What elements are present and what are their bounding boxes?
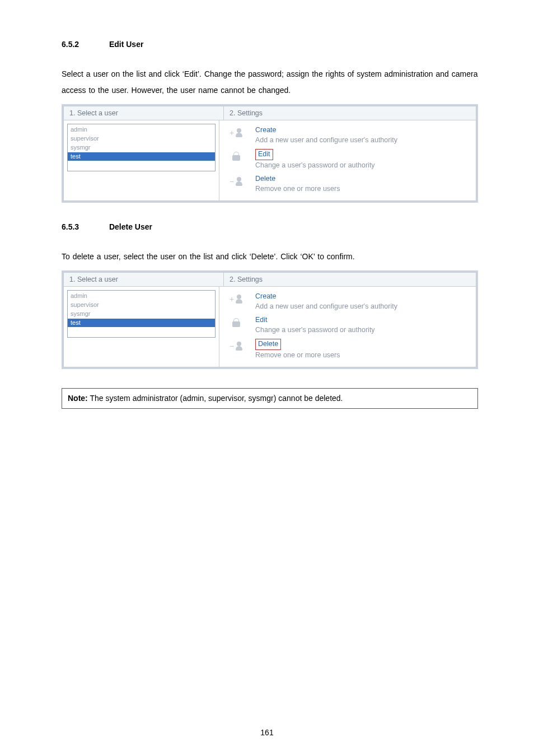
panel-delete-user: 1. Select a user 2. Settings admin super… (62, 270, 478, 369)
note-text: The system administrator (admin, supervi… (88, 394, 343, 403)
list-item[interactable]: admin (68, 125, 215, 134)
delete-desc: Remove one or more users (255, 184, 340, 194)
action-edit[interactable]: Edit Change a user's password or authori… (224, 312, 470, 336)
delete-desc: Remove one or more users (255, 351, 340, 361)
list-item[interactable]: sysmgr (68, 143, 215, 152)
create-link[interactable]: Create (255, 125, 397, 136)
add-user-icon: + (224, 124, 249, 141)
paragraph-edit-user: Select a user on the list and click ‘Edi… (62, 66, 478, 99)
action-create[interactable]: + Create Add a new user and configure us… (224, 123, 470, 146)
remove-user-icon: − (224, 173, 249, 190)
section-heading-delete-user: 6.5.3 Delete User (62, 222, 478, 233)
create-desc: Add a new user and configure user's auth… (255, 302, 397, 312)
section-title: Delete User (109, 222, 152, 233)
panel-header-select-user: 1. Select a user (64, 106, 224, 120)
edit-link[interactable]: Edit (255, 315, 375, 325)
panel-header-settings: 2. Settings (224, 273, 268, 286)
remove-user-icon: − (224, 338, 249, 354)
create-link[interactable]: Create (255, 292, 397, 302)
edit-desc: Change a user's password or authority (255, 161, 375, 171)
delete-link[interactable]: Delete (255, 174, 340, 184)
create-desc: Add a new user and configure user's auth… (255, 136, 397, 146)
paragraph-delete-user: To delete a user, select the user on the… (62, 249, 478, 265)
edit-desc: Change a user's password or authority (255, 325, 375, 335)
delete-link[interactable]: Delete (255, 339, 281, 350)
lock-icon (224, 148, 249, 165)
lock-icon (224, 314, 249, 331)
add-user-icon: + (224, 291, 249, 307)
section-number: 6.5.3 (62, 222, 79, 233)
action-create[interactable]: + Create Add a new user and configure us… (224, 289, 470, 312)
panel-header-settings: 2. Settings (224, 106, 268, 120)
action-edit[interactable]: Edit Change a user's password or authori… (224, 146, 470, 171)
edit-link[interactable]: Edit (255, 149, 273, 160)
action-delete[interactable]: − Delete Remove one or more users (224, 336, 470, 361)
note-label: Note: (68, 394, 88, 403)
list-item[interactable]: supervisor (68, 301, 215, 310)
list-item-selected[interactable]: test (68, 319, 215, 328)
list-item[interactable]: sysmgr (68, 310, 215, 319)
user-list[interactable]: admin supervisor sysmgr test (67, 290, 216, 338)
section-title: Edit User (109, 39, 143, 50)
user-list[interactable]: admin supervisor sysmgr test (67, 124, 216, 171)
section-number: 6.5.2 (62, 39, 79, 50)
page-number: 161 (0, 728, 534, 737)
list-item-selected[interactable]: test (68, 152, 215, 161)
section-heading-edit-user: 6.5.2 Edit User (62, 39, 478, 50)
list-item[interactable]: admin (68, 292, 215, 301)
list-item[interactable]: supervisor (68, 134, 215, 143)
panel-header-select-user: 1. Select a user (64, 273, 224, 286)
panel-edit-user: 1. Select a user 2. Settings admin super… (62, 104, 478, 203)
note-box: Note: The system administrator (admin, s… (62, 388, 478, 408)
action-delete[interactable]: − Delete Remove one or more users (224, 171, 470, 195)
